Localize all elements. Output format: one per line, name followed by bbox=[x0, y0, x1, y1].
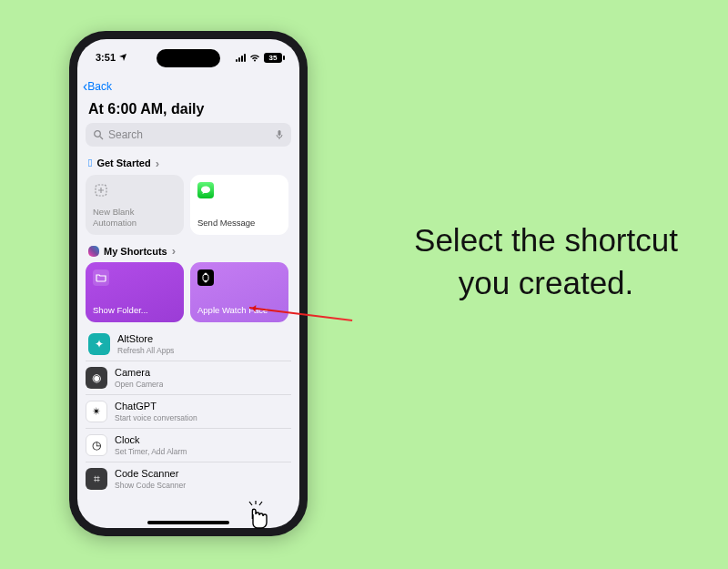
svg-line-8 bbox=[249, 502, 252, 505]
app-icon: ◉ bbox=[86, 367, 107, 389]
svg-rect-3 bbox=[278, 130, 281, 136]
card-new-blank-automation[interactable]: New Blank Automation bbox=[86, 175, 184, 235]
wifi-icon bbox=[249, 54, 260, 62]
search-input[interactable]: Search bbox=[86, 123, 291, 147]
chevron-right-icon: › bbox=[156, 157, 159, 169]
app-icon: ✦ bbox=[88, 333, 110, 355]
app-row[interactable]: ◉CameraOpen Camera bbox=[86, 361, 291, 394]
app-subtitle: Set Timer, Add Alarm bbox=[115, 447, 187, 456]
app-row[interactable]: ✴ChatGPTStart voice conversation bbox=[86, 394, 291, 428]
mic-icon[interactable] bbox=[275, 129, 284, 141]
messages-icon bbox=[197, 182, 214, 198]
screen: 3:51 35 ‹ Back At 6:00 AM, daily Search bbox=[77, 39, 299, 528]
app-icon: ✴ bbox=[86, 401, 107, 422]
dynamic-island bbox=[157, 49, 220, 67]
section-get-started-header[interactable]: 𖤓 Get Started › bbox=[86, 154, 291, 175]
chevron-right-icon: › bbox=[172, 245, 176, 257]
watch-icon bbox=[197, 269, 214, 286]
card-label: New Blank Automation bbox=[93, 207, 177, 228]
svg-line-10 bbox=[259, 502, 262, 505]
tile-apple-watch-face[interactable]: Apple Watch Face bbox=[190, 262, 288, 322]
svg-rect-6 bbox=[205, 273, 207, 275]
get-started-cards: New Blank Automation Send Message Sp bbox=[86, 175, 291, 235]
app-name: AltStore bbox=[117, 333, 174, 345]
app-text: ClockSet Timer, Add Alarm bbox=[115, 434, 187, 455]
page-title: At 6:00 AM, daily bbox=[86, 97, 291, 123]
svg-rect-0 bbox=[283, 56, 285, 60]
content-area: At 6:00 AM, daily Search 𖤓 Get Started ›… bbox=[77, 97, 299, 528]
back-button[interactable]: ‹ Back bbox=[77, 76, 299, 97]
section-get-started-label: Get Started bbox=[96, 157, 150, 168]
app-subtitle: Start voice conversation bbox=[115, 413, 197, 422]
tile-show-folder[interactable]: Show Folder... bbox=[86, 262, 184, 322]
cellular-signal-icon bbox=[236, 54, 246, 62]
app-text: ChatGPTStart voice conversation bbox=[115, 401, 197, 422]
section-my-shortcuts-header[interactable]: My Shortcuts › bbox=[86, 242, 291, 262]
app-subtitle: Open Camera bbox=[115, 380, 163, 389]
shortcuts-icon bbox=[88, 246, 99, 257]
svg-rect-7 bbox=[205, 281, 207, 283]
phone-frame: 3:51 35 ‹ Back At 6:00 AM, daily Search bbox=[69, 31, 308, 536]
svg-point-1 bbox=[95, 131, 101, 137]
app-text: CameraOpen Camera bbox=[115, 367, 163, 388]
home-indicator[interactable] bbox=[147, 521, 229, 524]
app-row[interactable]: ◷ClockSet Timer, Add Alarm bbox=[86, 428, 291, 462]
app-name: Camera bbox=[115, 367, 163, 379]
card-label: Send Message bbox=[197, 218, 281, 228]
app-list: ✦AltStoreRefresh All Apps◉CameraOpen Cam… bbox=[86, 331, 291, 495]
svg-line-2 bbox=[100, 137, 103, 139]
svg-rect-5 bbox=[203, 275, 208, 281]
my-shortcuts-tiles: Show Folder... Apple Watch Face Ph bbox=[86, 262, 291, 322]
battery-icon: 35 bbox=[264, 53, 285, 63]
app-icon: ◷ bbox=[86, 434, 107, 456]
app-subtitle: Show Code Scanner bbox=[115, 481, 186, 490]
folder-icon bbox=[93, 269, 109, 286]
app-subtitle: Refresh All Apps bbox=[117, 346, 174, 355]
instruction-text: Select the shortcut you created. bbox=[400, 218, 692, 305]
location-icon bbox=[118, 53, 127, 62]
tile-label: Show Folder... bbox=[93, 305, 177, 315]
status-time: 3:51 bbox=[96, 52, 116, 63]
app-text: Code ScannerShow Code Scanner bbox=[115, 468, 186, 489]
back-label: Back bbox=[87, 80, 112, 93]
search-placeholder: Search bbox=[108, 128, 270, 141]
card-send-message[interactable]: Send Message bbox=[190, 175, 288, 235]
app-name: Clock bbox=[115, 434, 187, 446]
app-icon: ⌗ bbox=[86, 468, 107, 490]
app-name: ChatGPT bbox=[115, 401, 197, 412]
app-row[interactable]: ⌗Code ScannerShow Code Scanner bbox=[86, 462, 291, 495]
app-text: AltStoreRefresh All Apps bbox=[117, 333, 174, 354]
search-icon bbox=[93, 129, 104, 140]
app-row[interactable]: ✦AltStoreRefresh All Apps bbox=[86, 331, 291, 361]
section-my-shortcuts-label: My Shortcuts bbox=[104, 246, 167, 257]
lightbulb-icon: 𖤓 bbox=[88, 157, 92, 169]
battery-level: 35 bbox=[269, 54, 278, 62]
new-automation-icon bbox=[93, 182, 109, 198]
app-name: Code Scanner bbox=[115, 468, 186, 480]
pointer-cursor-icon bbox=[239, 501, 272, 533]
